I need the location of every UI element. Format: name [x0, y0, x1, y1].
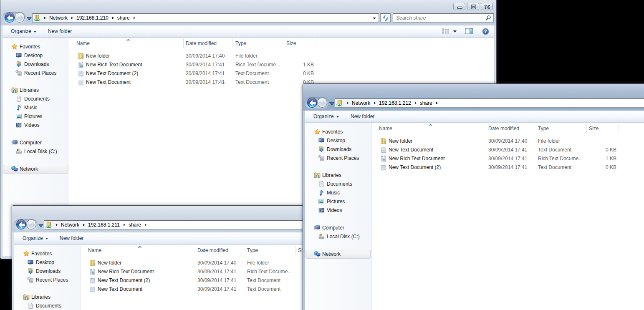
sidebar-item-documents[interactable]: Documents [305, 180, 371, 189]
breadcrumb-segment[interactable]: Network [352, 100, 370, 106]
sidebar-item-music[interactable]: Music [305, 189, 371, 197]
sidebar-item-documents[interactable]: Documents [3, 95, 69, 103]
column-header-type[interactable]: Type [247, 245, 258, 255]
sidebar-item-libraries[interactable]: Libraries [3, 86, 69, 95]
sidebar-item-desktop[interactable]: Desktop [14, 258, 81, 267]
sidebar-item-favorites[interactable]: Favorites [3, 43, 69, 51]
minimize-button[interactable] [453, 3, 465, 10]
sidebar-item-libraries[interactable]: Libraries [305, 171, 371, 180]
sidebar-item-downloads[interactable]: Downloads [3, 60, 69, 69]
column-separator[interactable] [295, 245, 296, 255]
forward-button[interactable] [317, 98, 327, 108]
sidebar-item-desktop[interactable]: Desktop [3, 51, 69, 60]
breadcrumb-segment[interactable]: share [129, 222, 141, 228]
new-folder-button[interactable]: New folder [60, 232, 83, 244]
column-header-date-modified[interactable]: Date modified [186, 38, 217, 48]
network-icon [11, 166, 18, 172]
recent-pages-dropdown[interactable] [328, 99, 335, 108]
sidebar-item-computer[interactable]: Computer [305, 224, 371, 232]
column-header-type[interactable]: Type [235, 38, 246, 48]
column-separator[interactable] [486, 123, 486, 133]
column-header-date-modified[interactable]: Date modified [197, 245, 228, 255]
sidebar-item-network[interactable]: Network [305, 250, 371, 259]
breadcrumb-segment[interactable]: share [420, 100, 432, 106]
file-row[interactable]: New Text Document (2)30/09/2014 17:41Tex… [70, 69, 494, 78]
sidebar-item-music[interactable]: Music [3, 103, 69, 112]
new-folder-button[interactable]: New folder [351, 111, 374, 123]
forward-button[interactable] [26, 219, 36, 229]
file-row[interactable]: New Text Document (2)30/09/2014 17:41Tex… [372, 163, 644, 172]
column-header-name[interactable]: Name [76, 38, 90, 48]
address-bar[interactable]: Network192.168.1.210share [32, 13, 379, 23]
sidebar-item-videos[interactable]: Videos [3, 121, 69, 130]
address-bar[interactable]: Network192.168.1.212share [335, 98, 644, 108]
column-header-name[interactable]: Name [88, 245, 101, 255]
column-separator[interactable] [232, 38, 232, 48]
breadcrumb-segment[interactable]: share [117, 15, 130, 21]
sidebar-item-recent-places[interactable]: Recent Places [3, 69, 69, 78]
organize-button[interactable]: Organize [313, 111, 339, 123]
sidebar-item-favorites[interactable]: Favorites [305, 128, 371, 136]
organize-button[interactable]: Organize [23, 232, 48, 244]
sidebar-item-downloads[interactable]: Downloads [305, 145, 371, 154]
column-separator[interactable] [183, 38, 184, 48]
close-button[interactable] [481, 3, 493, 10]
breadcrumb-segment[interactable]: 192.168.1.211 [88, 222, 120, 228]
refresh-button[interactable] [380, 13, 391, 23]
column-separator[interactable] [535, 123, 535, 133]
sidebar-item-favorites[interactable]: Favorites [14, 250, 81, 258]
column-separator[interactable] [284, 38, 284, 48]
file-row[interactable]: New folder30/09/2014 17:40File folder [70, 52, 494, 60]
sidebar-item-pictures[interactable]: Pictures [3, 112, 69, 121]
maximize-button[interactable] [467, 3, 479, 10]
preview-pane-button[interactable] [465, 28, 473, 34]
new-folder-button[interactable]: New folder [48, 25, 72, 38]
sidebar-item-local-disk-c-[interactable]: Local Disk (C:) [305, 232, 371, 241]
recent-pages-dropdown[interactable] [26, 14, 32, 23]
back-button[interactable] [5, 13, 15, 23]
column-header-size[interactable]: Size [589, 123, 599, 133]
caption-buttons [453, 3, 493, 10]
column-separator[interactable] [316, 38, 316, 48]
sidebar-item-pictures[interactable]: Pictures [305, 197, 371, 206]
column-separator[interactable] [619, 123, 619, 133]
organize-button[interactable]: Organize [11, 25, 36, 38]
file-name: New Rich Text Document [98, 267, 154, 276]
views-dropdown-icon[interactable] [453, 30, 457, 33]
sidebar-item-local-disk-c-[interactable]: Local Disk (C:) [3, 147, 69, 156]
sidebar-item-downloads[interactable]: Downloads [14, 267, 81, 276]
sidebar-item-recent-places[interactable]: Recent Places [14, 276, 81, 285]
sidebar-item-recent-places[interactable]: Recent Places [305, 154, 371, 163]
file-row[interactable]: New Rich Text Document30/09/2014 17:41Ri… [70, 60, 494, 69]
breadcrumb-segment[interactable]: Network [61, 222, 79, 228]
sidebar-item-network[interactable]: Network [3, 165, 69, 174]
sidebar-item-computer[interactable]: Computer [3, 139, 69, 147]
sidebar-item-label: Favorites [322, 128, 343, 136]
column-header-size[interactable]: Size [286, 38, 296, 48]
sidebar-item-videos[interactable]: Videos [305, 206, 371, 215]
column-header-name[interactable]: Name [379, 123, 392, 133]
back-button[interactable] [307, 98, 317, 108]
column-header-date-modified[interactable]: Date modified [488, 123, 519, 133]
column-separator[interactable] [586, 123, 587, 133]
column-header-type[interactable]: Type [538, 123, 549, 133]
file-row[interactable]: New Rich Text Document30/09/2014 17:41Ri… [372, 154, 644, 163]
sidebar-item-libraries[interactable]: Libraries [14, 293, 81, 302]
recent-pages-dropdown[interactable] [38, 221, 44, 230]
address-dropdown-icon[interactable] [373, 18, 376, 19]
search-icon[interactable] [485, 15, 491, 21]
file-row[interactable]: New folder30/09/2014 17:40File folder [372, 137, 644, 146]
search-box[interactable]: Search share [393, 13, 494, 23]
file-row[interactable]: New Text Document30/09/2014 17:41Text Do… [372, 146, 644, 154]
forward-button[interactable] [15, 13, 25, 23]
breadcrumb-segment[interactable]: 192.168.1.212 [379, 100, 411, 106]
views-button[interactable] [442, 28, 450, 34]
column-separator[interactable] [195, 245, 195, 255]
breadcrumb-segment[interactable]: Network [49, 15, 68, 21]
back-button[interactable] [16, 219, 26, 229]
column-separator[interactable] [244, 245, 244, 255]
sidebar-item-documents[interactable]: Documents [14, 302, 81, 310]
breadcrumb-segment[interactable]: 192.168.1.210 [76, 15, 109, 21]
help-button[interactable] [482, 28, 489, 35]
sidebar-item-desktop[interactable]: Desktop [305, 136, 371, 145]
